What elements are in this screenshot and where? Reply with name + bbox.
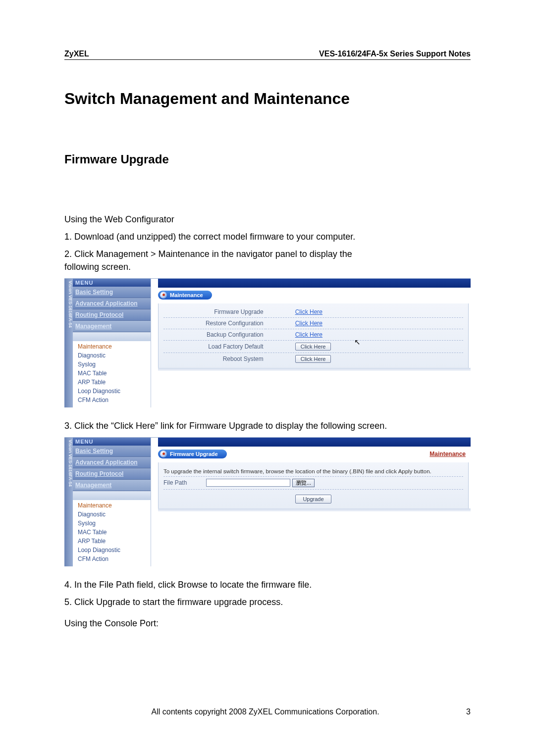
doc-header: ZyXEL VES-1616/24FA-5x Series Support No…: [64, 50, 471, 60]
nav-management[interactable]: Management: [64, 321, 151, 332]
subnav2-diagnostic[interactable]: Diagnostic: [73, 510, 151, 519]
label-load-factory: Load Factory Default: [163, 340, 266, 353]
nav2-advanced-application[interactable]: Advanced Application: [64, 457, 151, 468]
subnav-cfm-action[interactable]: CFM Action: [73, 396, 151, 404]
file-path-label: File Path: [163, 479, 206, 486]
file-path-row: File Path 瀏覽...: [163, 476, 463, 490]
subnav-syslog[interactable]: Syslog: [73, 360, 151, 369]
row-load-factory: Load Factory Default Click Here: [163, 340, 463, 353]
row-firmware-upgrade: Firmware Upgrade Click Here: [163, 306, 463, 318]
upgrade-instruction: To upgrade the internal switch firmware,…: [163, 465, 463, 476]
link-firmware-upgrade[interactable]: Click Here: [295, 308, 322, 315]
panel-title-2: Firmware Upgrade: [170, 451, 218, 457]
menu-label-2: MENU: [64, 438, 151, 446]
panel-title-pill-2: Firmware Upgrade: [158, 450, 227, 458]
button-load-factory[interactable]: Click Here: [295, 343, 331, 351]
subnav-mac-table[interactable]: MAC Table: [73, 369, 151, 378]
label-firmware-upgrade: Firmware Upgrade: [163, 306, 266, 318]
label-restore-config: Restore Configuration: [163, 317, 266, 329]
nav2-submenu: Maintenance Diagnostic Syslog MAC Table …: [73, 500, 151, 566]
row-reboot-system: Reboot System Click Here: [163, 353, 463, 365]
intro-line-0: Using the Web Configurator: [64, 213, 471, 226]
brand: ZyXEL: [64, 50, 89, 58]
link-restore-config[interactable]: Click Here: [295, 320, 322, 327]
step-4: 4. In the File Path field, click Browse …: [64, 579, 471, 591]
subnav-diagnostic[interactable]: Diagnostic: [73, 351, 151, 360]
maintenance-table: Firmware Upgrade Click Here Restore Conf…: [163, 306, 463, 365]
nav2-management[interactable]: Management: [64, 480, 151, 491]
doc-title: VES-1616/24FA-5x Series Support Notes: [319, 50, 471, 58]
page-number: 3: [466, 707, 471, 716]
page-title-h1: Switch Management and Maintenance: [64, 90, 471, 108]
upgrade-button[interactable]: Upgrade: [295, 495, 331, 504]
subnav2-loop-diagnostic[interactable]: Loop Diagnostic: [73, 546, 151, 554]
screenshot-firmware-upgrade: Vision VES-1616FA-54 MENU Basic Setting …: [64, 437, 471, 566]
content-area: Maintenance Firmware Upgrade Click Here …: [151, 279, 471, 407]
nav-routing-protocol[interactable]: Routing Protocol: [64, 309, 151, 321]
pill-dot-icon: [160, 292, 167, 299]
vertical-strip: Vision VES-1616FA-54: [64, 279, 73, 407]
console-port-line: Using the Console Port:: [64, 617, 471, 630]
pill-dot-icon-2: [160, 451, 167, 457]
subnav-arp-table[interactable]: ARP Table: [73, 378, 151, 387]
panel-title-pill: Maintenance: [158, 291, 212, 300]
subnav2-syslog[interactable]: Syslog: [73, 519, 151, 528]
button-reboot-system[interactable]: Click Here: [295, 355, 331, 363]
row-restore-config: Restore Configuration Click Here: [163, 317, 463, 329]
nav-submenu: Maintenance Diagnostic Syslog MAC Table …: [73, 341, 151, 407]
subnav-loop-diagnostic[interactable]: Loop Diagnostic: [73, 387, 151, 396]
subnav2-mac-table[interactable]: MAC Table: [73, 528, 151, 537]
screenshot-maintenance: Vision VES-1616FA-54 MENU Basic Setting …: [64, 278, 471, 407]
label-backup-config: Backup Configuration: [163, 329, 266, 340]
blue-title-bar-2: [158, 438, 471, 447]
copyright-text: All contents copyright 2008 ZyXEL Commun…: [152, 707, 379, 716]
nav-basic-setting[interactable]: Basic Setting: [64, 287, 151, 298]
file-path-input[interactable]: [206, 479, 290, 487]
row-backup-config: Backup Configuration Click Here: [163, 329, 463, 340]
subnav2-maintenance[interactable]: Maintenance: [73, 501, 151, 510]
intro-line-2: 2. Click Management > Maintenance in the…: [64, 248, 471, 260]
browse-button[interactable]: 瀏覽...: [292, 479, 315, 487]
content-area-2: Firmware Upgrade Maintenance To upgrade …: [151, 438, 471, 566]
step-3: 3. Click the “Click Here” link for Firmw…: [64, 420, 471, 432]
breadcrumb-maintenance[interactable]: Maintenance: [429, 451, 466, 457]
intro-line-3: following screen.: [64, 261, 471, 273]
menu-label: MENU: [64, 279, 151, 287]
link-backup-config[interactable]: Click Here: [295, 331, 322, 338]
section-title-h2: Firmware Upgrade: [64, 152, 471, 166]
doc-footer: All contents copyright 2008 ZyXEL Commun…: [64, 707, 471, 716]
subnav2-cfm-action[interactable]: CFM Action: [73, 554, 151, 563]
subnav-maintenance[interactable]: Maintenance: [73, 342, 151, 351]
vertical-strip-2: Vision VES-1616FA-54: [64, 438, 73, 566]
step-5: 5. Click Upgrade to start the firmware u…: [64, 596, 471, 608]
nav-advanced-application[interactable]: Advanced Application: [64, 298, 151, 309]
panel-title: Maintenance: [170, 292, 203, 298]
label-reboot-system: Reboot System: [163, 353, 266, 365]
nav2-routing-protocol[interactable]: Routing Protocol: [64, 468, 151, 480]
nav-sidebar-2: Vision VES-1616FA-54 MENU Basic Setting …: [64, 438, 151, 566]
blue-title-bar: [158, 279, 471, 288]
nav2-basic-setting[interactable]: Basic Setting: [64, 446, 151, 457]
intro-line-1: 1. Download (and unzipped) the correct m…: [64, 231, 471, 243]
subnav2-arp-table[interactable]: ARP Table: [73, 537, 151, 546]
nav-sidebar: Vision VES-1616FA-54 MENU Basic Setting …: [64, 279, 151, 407]
